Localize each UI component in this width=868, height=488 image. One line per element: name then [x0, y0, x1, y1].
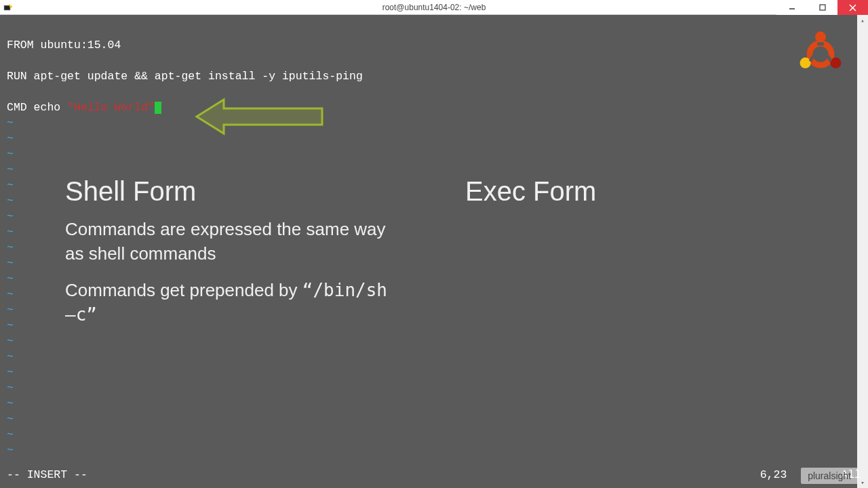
vim-tilde: ~	[7, 380, 861, 396]
vim-tilde: ~	[7, 427, 861, 443]
vim-tilde: ~	[7, 115, 861, 131]
maximize-button[interactable]	[807, 0, 837, 15]
shell-form-description-2: Commands get prepended by “/bin/sh –c”	[65, 278, 397, 327]
code-text: CMD echo	[7, 101, 67, 114]
vim-tilde: ~	[7, 333, 861, 349]
minimize-button[interactable]	[776, 0, 807, 15]
watermark: pluralsight	[801, 468, 858, 484]
exec-form-heading: Exec Form	[465, 176, 596, 207]
vim-tilde: ~	[7, 396, 861, 411]
svg-point-6	[810, 43, 831, 65]
shell-form-heading: Shell Form	[65, 176, 196, 207]
svg-rect-3	[820, 5, 825, 10]
svg-point-8	[800, 58, 811, 68]
desc-text: Commands get prepended by	[65, 280, 302, 300]
vim-tilde: ~	[7, 411, 861, 427]
code-string: "Hello World"	[67, 101, 155, 114]
ubuntu-logo-icon	[793, 27, 848, 81]
code-line	[7, 84, 861, 100]
vim-tilde: ~	[7, 162, 861, 178]
code-line: CMD echo "Hello World"	[7, 100, 861, 115]
vim-cursor-position: 6,23	[760, 467, 787, 483]
vim-tilde: ~	[7, 365, 861, 380]
vim-tilde: ~	[7, 443, 861, 458]
svg-point-7	[815, 31, 826, 42]
svg-point-9	[830, 58, 841, 68]
svg-rect-1	[5, 6, 9, 9]
vim-tilde: ~	[7, 146, 861, 162]
code-line	[7, 22, 861, 37]
window-title: root@ubuntu1404-02: ~/web	[382, 3, 486, 12]
vim-tilde: ~	[7, 349, 861, 365]
code-line: RUN apt-get update && apt-get install -y…	[7, 68, 861, 84]
code-line	[7, 53, 861, 68]
shell-form-description: Commands are expressed the same way as s…	[65, 217, 397, 266]
svg-rect-10	[817, 42, 824, 45]
close-button[interactable]	[837, 0, 868, 15]
window-controls	[776, 0, 868, 14]
window-titlebar: root@ubuntu1404-02: ~/web	[0, 0, 868, 15]
vim-mode: -- INSERT --	[7, 467, 87, 483]
cursor	[155, 102, 161, 114]
vim-tilde: ~	[7, 131, 861, 146]
code-line: FROM ubuntu:15.04	[7, 37, 861, 53]
putty-icon	[3, 2, 14, 13]
vim-status-bar: -- INSERT -- 6,23 All	[7, 467, 861, 483]
arrow-annotation-icon	[190, 96, 326, 137]
